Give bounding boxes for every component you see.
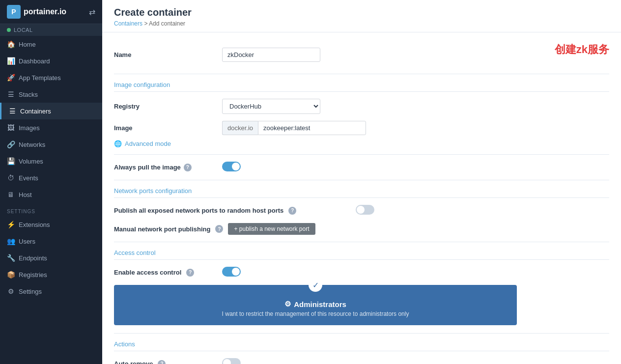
publish-all-help-icon[interactable]: ? (288, 207, 296, 215)
nav-extensions[interactable]: ⚡ Extensions (0, 216, 102, 233)
enable-access-help-icon[interactable]: ? (186, 269, 194, 277)
nav-dashboard-label: Dashboard (19, 57, 50, 65)
registry-label: Registry (114, 103, 222, 110)
nav-home-label: Home (19, 41, 36, 48)
publish-all-toggle-container (356, 205, 374, 216)
always-pull-label: Always pull the image ? (114, 164, 222, 171)
nav-events[interactable]: ⏱ Events (0, 169, 102, 186)
name-label: Name (114, 51, 222, 58)
admin-subtitle: I want to restrict the management of thi… (222, 310, 409, 317)
manual-network-help-icon[interactable]: ? (215, 225, 223, 233)
nav-stacks-label: Stacks (19, 91, 38, 98)
name-input[interactable] (222, 48, 320, 62)
nav-endpoints[interactable]: 🔧 Endpoints (0, 250, 102, 266)
registry-value: DockerHub (222, 99, 609, 114)
volumes-icon: 💾 (7, 157, 15, 165)
extensions-icon: ⚡ (7, 221, 15, 228)
users-icon: 👥 (7, 237, 15, 245)
registries-icon: 📦 (7, 271, 15, 279)
nav-registries[interactable]: 📦 Registries (0, 266, 102, 283)
logo-icon: P (7, 5, 21, 19)
nav-images[interactable]: 🖼 Images (0, 119, 102, 136)
admin-title: ⚙ Administrators (284, 300, 346, 308)
advanced-mode-link[interactable]: 🌐 Advanced mode (114, 140, 609, 147)
nav-users-label: Users (19, 238, 35, 245)
enable-access-text: Enable access control (114, 269, 181, 276)
network-ports-title: Network ports configuration (114, 187, 609, 198)
divider-2 (114, 154, 609, 155)
nav-host[interactable]: 🖥 Host (0, 186, 102, 203)
nav-app-templates-label: App Templates (19, 74, 61, 82)
image-row: Image docker.io (114, 121, 609, 135)
containers-icon: ☰ (8, 107, 16, 115)
nav-settings[interactable]: ⚙ Settings (0, 283, 102, 300)
nav-host-label: Host (19, 191, 32, 198)
auto-remove-toggle[interactable] (222, 358, 241, 364)
nav-volumes-label: Volumes (19, 158, 43, 165)
endpoint-section: LOCAL (0, 24, 102, 36)
annotation-text: 创建zk服务 (555, 42, 609, 57)
publish-all-text: Publish all exposed network ports to ran… (114, 207, 283, 214)
nav-settings-label: Settings (19, 288, 42, 295)
publish-all-toggle[interactable] (356, 205, 374, 215)
actions-title: Actions (114, 340, 609, 351)
nav-networks[interactable]: 🔗 Networks (0, 136, 102, 153)
auto-remove-label: Auto remove ? (114, 360, 222, 364)
admin-title-text: Administrators (294, 300, 346, 308)
main-body: Name 创建zk服务 Image configuration Registry… (102, 32, 621, 364)
publish-port-button[interactable]: + publish a new network port (228, 223, 315, 235)
admin-gear-icon: ⚙ (284, 300, 291, 308)
breadcrumb-current: Add container (149, 20, 185, 27)
image-label: Image (114, 124, 222, 132)
sidebar-switch-icon[interactable]: ⇄ (89, 7, 95, 17)
name-row: Name 创建zk服务 (114, 42, 609, 67)
host-icon: 🖥 (7, 191, 15, 198)
nav-containers-label: Containers (20, 108, 51, 115)
auto-remove-row: Auto remove ? (114, 358, 609, 364)
divider-5 (114, 333, 609, 334)
divider-4 (114, 242, 609, 242)
registry-select[interactable]: DockerHub (222, 99, 320, 114)
nav-volumes[interactable]: 💾 Volumes (0, 153, 102, 169)
nav-home[interactable]: 🏠 Home (0, 36, 102, 53)
networks-icon: 🔗 (7, 140, 15, 148)
nav-events-label: Events (19, 174, 38, 182)
always-pull-toggle[interactable] (222, 162, 241, 171)
image-field: docker.io (222, 121, 609, 135)
divider-3 (114, 180, 609, 180)
settings-icon: ⚙ (7, 287, 15, 295)
access-control-title: Access control (114, 249, 609, 260)
auto-remove-help-icon[interactable]: ? (158, 360, 166, 364)
enable-access-label: Enable access control ? (114, 269, 222, 277)
nav-images-label: Images (19, 124, 40, 132)
nav-stacks[interactable]: ☰ Stacks (0, 86, 102, 103)
logo-label: portainer.io (24, 7, 66, 16)
auto-remove-toggle-container (222, 358, 609, 364)
image-config-title: Image configuration (114, 81, 609, 92)
divider-1 (114, 74, 609, 74)
nav-dashboard[interactable]: 📊 Dashboard (0, 53, 102, 69)
always-pull-help-icon[interactable]: ? (184, 164, 192, 171)
endpoint-dot (7, 28, 11, 32)
app-templates-icon: 🚀 (7, 74, 15, 82)
dashboard-icon: 📊 (7, 57, 15, 65)
nav-endpoints-label: Endpoints (19, 254, 47, 262)
breadcrumb-link[interactable]: Containers (114, 20, 142, 27)
enable-access-toggle[interactable] (222, 267, 241, 277)
events-icon: ⏱ (7, 174, 15, 182)
publish-all-row: Publish all exposed network ports to ran… (114, 205, 609, 216)
page-header: Create container Containers > Add contai… (102, 0, 621, 32)
logo-text: P portainer.io (7, 5, 66, 19)
nav-networks-label: Networks (19, 141, 45, 148)
advanced-mode-globe-icon: 🌐 (114, 140, 122, 147)
sidebar-logo: P portainer.io ⇄ (0, 0, 102, 24)
nav-app-templates[interactable]: 🚀 App Templates (0, 69, 102, 86)
advanced-mode-label: Advanced mode (125, 140, 171, 147)
stacks-icon: ☰ (7, 90, 15, 98)
manual-network-label: Manual network port publishing ? (114, 225, 223, 233)
nav-containers[interactable]: ☰ Containers (0, 103, 102, 119)
settings-section-label: SETTINGS (0, 203, 102, 216)
nav-users[interactable]: 👥 Users (0, 233, 102, 250)
image-prefix: docker.io (222, 121, 258, 135)
image-input[interactable] (258, 121, 366, 135)
